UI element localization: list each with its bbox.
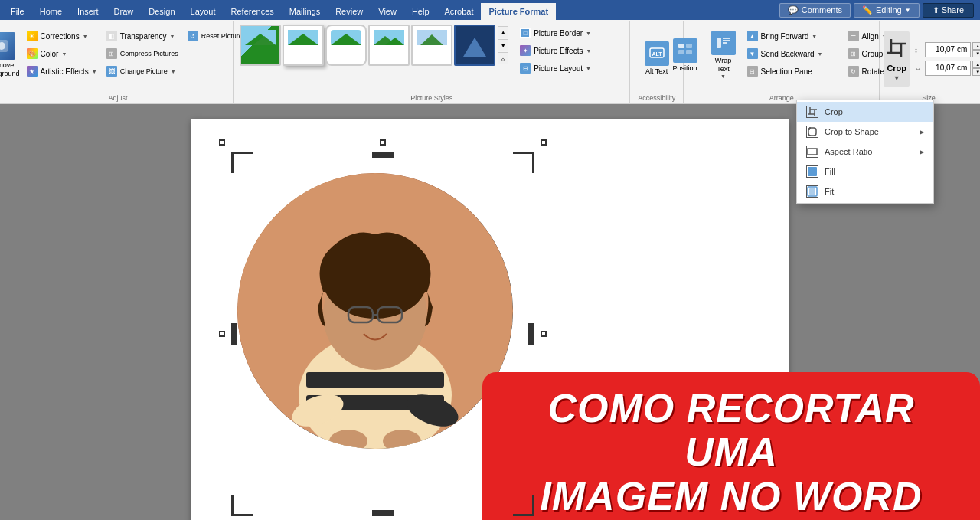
tab-home[interactable]: Home: [32, 3, 70, 20]
height-icon: ↕: [913, 44, 923, 55]
tab-design[interactable]: Design: [141, 3, 182, 20]
width-spin: ▲ ▼: [972, 61, 980, 76]
artistic-effects-dropdown-arrow: ▼: [92, 69, 97, 74]
document-page: COMO RECORTAR UMAimagem no Word: [191, 119, 789, 520]
comments-button[interactable]: 💬 Comments: [779, 3, 851, 18]
share-button[interactable]: ⬆ Share: [923, 3, 974, 18]
style-thumb-3[interactable]: [325, 25, 367, 66]
style-thumb-1[interactable]: [240, 25, 281, 66]
handle-mid-right[interactable]: [541, 331, 547, 337]
crop-corner-br[interactable]: [513, 495, 534, 516]
style-scroll-more[interactable]: ⬦: [498, 52, 508, 64]
tab-insert[interactable]: Insert: [70, 3, 106, 20]
tab-picture-format[interactable]: Picture Format: [481, 3, 556, 20]
adjust-group-content: RemoveBackground ☀ Corrections ▼ 🎨 Color…: [0, 23, 255, 94]
width-spin-up[interactable]: ▲: [972, 61, 980, 68]
picture-layout-button[interactable]: ⊟ Picture Layout ▼: [516, 60, 623, 77]
ribbon: RemoveBackground ☀ Corrections ▼ 🎨 Color…: [0, 20, 980, 104]
dropdown-item-crop[interactable]: Crop: [797, 102, 933, 122]
picture-border-button[interactable]: □ Picture Border ▼: [516, 25, 623, 41]
bring-forward-button[interactable]: ▲ Bring Forward ▼: [743, 28, 843, 44]
handle-top-left[interactable]: [219, 139, 225, 146]
crop-corner-tr[interactable]: [513, 152, 534, 173]
crop-mid-bottom[interactable]: [372, 510, 394, 516]
tab-help[interactable]: Help: [404, 3, 437, 20]
selection-pane-icon: ⊟: [747, 66, 758, 77]
svg-rect-21: [686, 50, 692, 54]
crop-icon: [884, 36, 909, 61]
svg-rect-53: [808, 149, 817, 155]
remove-background-button[interactable]: RemoveBackground: [0, 25, 21, 86]
tab-layout[interactable]: Layout: [183, 3, 224, 20]
dropdown-item-fill[interactable]: Fill: [797, 162, 933, 182]
send-backward-button[interactable]: ▼ Send Backward ▼: [743, 45, 843, 62]
style-thumb-5[interactable]: [411, 25, 452, 66]
style-thumbnails: ▲ ▼ ⬦: [240, 25, 508, 66]
picture-effects-button[interactable]: ✦ Picture Effects ▼: [516, 42, 623, 59]
picture-border-icon: □: [520, 28, 531, 38]
selection-pane-button[interactable]: ⊟ Selection Pane: [743, 63, 843, 80]
tab-view[interactable]: View: [371, 3, 404, 20]
color-icon: 🎨: [27, 48, 38, 59]
crop-button[interactable]: Crop ▼: [884, 31, 910, 87]
adjust-group-label: Adjust: [109, 94, 128, 103]
transparency-button[interactable]: ◧ Transparency ▼: [103, 28, 182, 44]
transparency-dropdown-arrow: ▼: [169, 34, 175, 39]
crop-to-shape-icon: [806, 126, 818, 138]
width-spin-down[interactable]: ▼: [972, 68, 980, 76]
transparency-icon: ◧: [106, 31, 117, 41]
style-scroll-down[interactable]: ▼: [498, 39, 508, 51]
dropdown-item-fit[interactable]: Fit: [797, 182, 933, 201]
style-thumb-6[interactable]: [454, 25, 495, 66]
height-spin-down[interactable]: ▼: [972, 50, 980, 57]
bring-forward-icon: ▲: [747, 31, 758, 41]
editing-button[interactable]: ✏️ Editing ▼: [854, 3, 920, 18]
dropdown-item-crop-to-shape[interactable]: Crop to Shape ▶: [797, 122, 933, 142]
width-input[interactable]: [925, 61, 971, 76]
height-input[interactable]: [925, 42, 971, 57]
position-button[interactable]: Position: [667, 25, 704, 86]
tab-acrobat[interactable]: Acrobat: [437, 3, 482, 20]
person-svg: [237, 173, 513, 449]
fill-icon: [806, 165, 818, 178]
tab-references[interactable]: References: [224, 3, 282, 20]
tab-review[interactable]: Review: [328, 3, 371, 20]
crop-corner-bl[interactable]: [231, 495, 253, 516]
style-scroll-up[interactable]: ▲: [498, 26, 508, 38]
accessibility-label: Accessibility: [638, 94, 675, 103]
group-icon: ⊞: [848, 48, 859, 59]
red-banner: COMO RECORTAR UMAimagem no Word: [482, 372, 980, 520]
picture-layout-arrow: ▼: [586, 66, 591, 71]
style-thumb-4[interactable]: [368, 25, 410, 66]
svg-rect-54: [808, 167, 817, 176]
height-spin-up[interactable]: ▲: [972, 42, 980, 50]
corrections-dropdown-arrow: ▼: [83, 34, 88, 39]
position-icon: [673, 38, 697, 63]
style-thumb-2[interactable]: [283, 25, 324, 66]
color-button[interactable]: 🎨 Color ▼: [23, 45, 101, 62]
tab-file[interactable]: File: [3, 3, 32, 20]
handle-top-mid[interactable]: [380, 139, 386, 146]
dropdown-item-aspect-ratio[interactable]: Aspect Ratio ▶: [797, 142, 933, 162]
svg-rect-34: [306, 372, 444, 388]
corrections-button[interactable]: ☀ Corrections ▼: [23, 28, 101, 44]
svg-text:ALT: ALT: [652, 51, 662, 57]
crop-mid-top[interactable]: [372, 152, 394, 158]
crop-dropdown-arrow[interactable]: ▼: [893, 74, 900, 82]
change-picture-button[interactable]: 🖼 Change Picture ▼: [103, 63, 182, 80]
tab-draw[interactable]: Draw: [106, 3, 142, 20]
compress-pictures-button[interactable]: ⊞ Compress Pictures: [103, 45, 182, 62]
crop-corner-tl[interactable]: [231, 152, 253, 173]
crop-mid-left[interactable]: [231, 323, 237, 345]
handle-mid-left[interactable]: [219, 331, 225, 337]
crop-mid-right[interactable]: [528, 323, 534, 345]
send-backward-arrow: ▼: [818, 51, 823, 57]
arrange-content: Position WrapText ▼ ▲ Bring Forward ▼: [667, 23, 897, 94]
rotate-icon: ↻: [848, 66, 859, 77]
wrap-text-button[interactable]: WrapText ▼: [705, 25, 742, 86]
tab-mailings[interactable]: Mailings: [282, 3, 328, 20]
artistic-effects-button[interactable]: ★ Artistic Effects ▼: [23, 63, 101, 80]
handle-top-right[interactable]: [541, 139, 547, 146]
picture-styles-label: Picture Styles: [410, 94, 452, 103]
artistic-effects-icon: ★: [27, 66, 38, 77]
